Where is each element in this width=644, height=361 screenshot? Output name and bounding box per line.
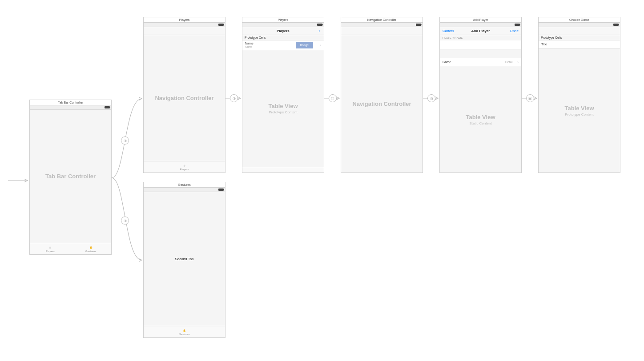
tab-gestures[interactable]: ✋ Gestures [71, 243, 112, 254]
scene-title: Navigation Controller [341, 17, 423, 23]
nav-bar [144, 27, 225, 35]
tab-bar: ♕ Players ✋ Gestures [30, 243, 111, 254]
tab-gestures[interactable]: ✋ Gestures [144, 326, 225, 337]
battery-icon [218, 189, 224, 191]
cell-title: Title [541, 43, 547, 46]
scene-title: Gestures [144, 182, 225, 188]
nav-bar [539, 27, 620, 35]
add-button[interactable]: ＋ [318, 28, 321, 33]
segue-show[interactable]: ▣ [526, 94, 534, 102]
scene-sub-label: Prototype Content [269, 110, 297, 114]
scene-big-label: Tab Bar Controller [45, 173, 96, 180]
row-detail: Detail [505, 60, 513, 64]
prototype-header: Prototype Cells [539, 35, 620, 40]
scene-sub-label: Prototype Content [565, 112, 593, 116]
chess-icon: ♕ [49, 245, 51, 250]
player-cell[interactable]: Name Game Image › [242, 40, 324, 50]
scene-body: Table View Prototype Content [242, 50, 324, 167]
status-bar [30, 105, 111, 110]
scene-players-table[interactable]: Players Players ＋ Prototype Cells Name G… [242, 17, 324, 173]
scene-sub-label: Static Content [469, 121, 491, 125]
game-row[interactable]: Game Detail › [440, 58, 521, 66]
image-placeholder: Image [296, 42, 313, 48]
scene-big-label: Navigation Controller [352, 100, 411, 107]
tab-bar: ♕ Players [144, 161, 225, 172]
battery-icon [515, 24, 520, 26]
scene-body: Navigation Controller [341, 35, 423, 172]
nav-title: Add Player [471, 29, 490, 33]
done-button[interactable]: Done [510, 29, 519, 33]
cell-game: Game [245, 45, 254, 48]
scene-body: Table View Prototype Content [539, 48, 620, 172]
scene-tabbar-controller[interactable]: Tab Bar Controller Tab Bar Controller ♕ … [29, 100, 112, 255]
tab-bar: ✋ Gestures [144, 326, 225, 337]
segue-root[interactable]: ◑ [230, 94, 238, 102]
tab-label: Gestures [85, 250, 96, 253]
scene-choose-game[interactable]: Choose Game Prototype Cells Title Table … [538, 17, 620, 173]
nav-bar: Cancel Add Player Done [440, 27, 521, 35]
segue-relationship-players[interactable]: ◑ [121, 136, 129, 144]
battery-icon [613, 24, 619, 26]
center-label: Second Tab [175, 257, 193, 261]
nav-bar: Players ＋ [242, 27, 324, 35]
segue-relationship-gestures[interactable]: ◑ [121, 217, 129, 225]
scene-add-player[interactable]: Add Player Cancel Add Player Done PLAYER… [439, 17, 522, 173]
hand-icon: ✋ [89, 245, 93, 250]
scene-title: Choose Game [539, 17, 620, 23]
tab-label: Players [46, 250, 55, 253]
tab-label: Players [180, 168, 189, 171]
scene-body: Tab Bar Controller [30, 110, 111, 243]
cancel-button[interactable]: Cancel [443, 29, 454, 33]
scene-body: Table View Static Content [440, 66, 521, 172]
tab-bar [242, 167, 324, 172]
nav-bar [341, 27, 423, 35]
scene-body: Second Tab [144, 192, 225, 326]
nav-title: Players [277, 29, 289, 33]
scene-nav-controller-2[interactable]: Navigation Controller Navigation Control… [341, 17, 423, 173]
prototype-header: Prototype Cells [242, 35, 324, 40]
status-bar [242, 23, 324, 27]
tab-label: Gestures [179, 333, 189, 336]
name-field-cell[interactable] [440, 40, 521, 49]
section-player-name: PLAYER NAME [440, 35, 521, 40]
scene-title: Players [242, 17, 324, 23]
scene-title: Tab Bar Controller [30, 100, 111, 105]
scene-title: Add Player [440, 17, 521, 23]
status-bar [539, 23, 620, 27]
cell-name: Name [245, 42, 254, 45]
hand-icon: ✋ [183, 328, 186, 333]
scene-gestures[interactable]: Gestures Second Tab ✋ Gestures [143, 182, 225, 338]
scene-big-label: Table View [466, 114, 495, 120]
status-bar [144, 23, 225, 27]
status-bar [341, 23, 423, 27]
scene-big-label: Table View [565, 105, 594, 112]
scene-title: Players [144, 17, 225, 23]
status-bar [144, 188, 225, 192]
battery-icon [218, 24, 224, 26]
tab-players[interactable]: ♕ Players [144, 161, 225, 172]
scene-big-label: Navigation Controller [155, 95, 213, 101]
battery-icon [105, 106, 110, 108]
row-label: Game [443, 60, 451, 64]
battery-icon [416, 24, 421, 26]
status-bar [440, 23, 521, 27]
chevron-right-icon: › [517, 60, 519, 64]
battery-icon [317, 24, 322, 26]
chevron-right-icon: › [320, 43, 321, 48]
segue-present-modal[interactable]: ▢ [329, 94, 337, 102]
tab-players[interactable]: ♕ Players [30, 243, 71, 254]
scene-players-nav[interactable]: Players Navigation Controller ♕ Players [143, 17, 225, 173]
chess-icon: ♕ [183, 163, 185, 168]
scene-body: Navigation Controller [144, 35, 225, 161]
game-cell[interactable]: Title [539, 40, 620, 48]
segue-root-2[interactable]: ◑ [427, 94, 435, 102]
scene-big-label: Table View [269, 103, 298, 109]
